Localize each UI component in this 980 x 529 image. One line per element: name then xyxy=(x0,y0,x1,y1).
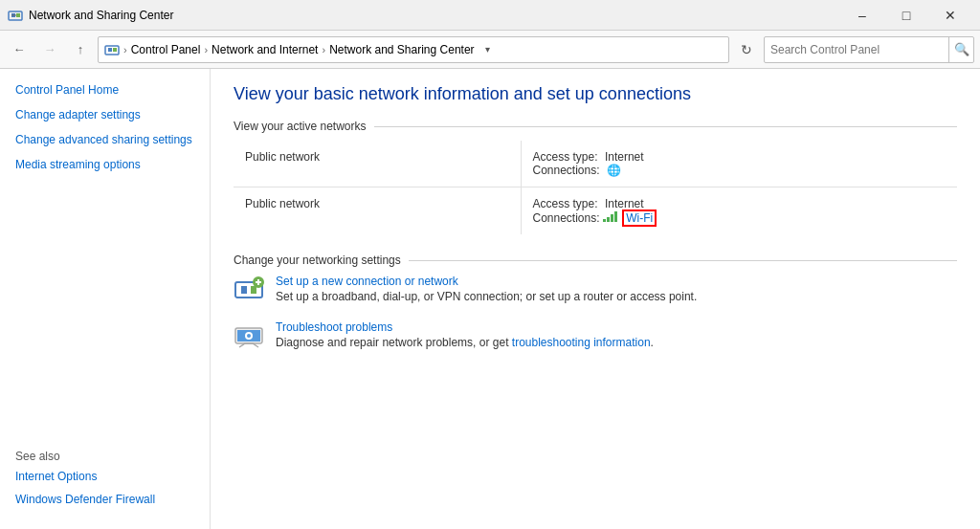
setting-item-new-connection: Set up a new connection or network Set u… xyxy=(234,275,957,305)
maximize-button[interactable]: □ xyxy=(884,0,928,31)
troubleshoot-icon xyxy=(234,320,264,351)
access-type-row-2: Access type: Internet xyxy=(533,197,947,210)
svg-rect-5 xyxy=(108,48,112,52)
svg-rect-2 xyxy=(16,13,20,17)
setting-item-troubleshoot: Troubleshoot problems Diagnose and repai… xyxy=(234,320,957,351)
troubleshooting-info-link[interactable]: troubleshooting information xyxy=(512,336,651,349)
breadcrumb-network-internet[interactable]: Network and Internet xyxy=(212,43,318,56)
svg-point-16 xyxy=(247,334,251,338)
wifi-link[interactable]: Wi-Fi xyxy=(622,209,657,227)
minimize-button[interactable]: – xyxy=(840,0,884,31)
network-row-1: Public network Access type: Internet Con… xyxy=(234,141,957,187)
see-also-title: See also xyxy=(15,450,210,463)
forward-button[interactable]: → xyxy=(36,36,63,63)
svg-rect-8 xyxy=(241,286,247,294)
signal-bars-icon xyxy=(603,210,617,222)
content-area: View your basic network information and … xyxy=(211,69,980,529)
change-settings-header: Change your networking settings xyxy=(234,253,957,267)
title-bar: Network and Sharing Center – □ ✕ xyxy=(0,0,980,31)
network-name-2: Public network xyxy=(234,187,521,235)
breadcrumb-sep-3: › xyxy=(322,44,325,55)
close-button[interactable]: ✕ xyxy=(928,0,972,31)
access-type-row-1: Access type: Internet xyxy=(533,150,947,164)
sidebar-link-adapter[interactable]: Change adapter settings xyxy=(0,105,210,124)
svg-rect-6 xyxy=(113,48,117,52)
search-input[interactable] xyxy=(765,43,948,56)
window-title: Network and Sharing Center xyxy=(29,9,173,22)
networks-table: Public network Access type: Internet Con… xyxy=(234,141,957,234)
breadcrumb-dropdown-button[interactable]: ▾ xyxy=(479,36,498,63)
sidebar-link-media-streaming[interactable]: Media streaming options xyxy=(0,155,210,174)
new-connection-desc: Set up a broadband, dial-up, or VPN conn… xyxy=(276,290,957,303)
up-button[interactable]: ↑ xyxy=(67,36,94,63)
add-connection-icon xyxy=(234,275,264,305)
breadcrumb-control-panel[interactable]: Control Panel xyxy=(131,43,201,56)
network-info-1: Access type: Internet Connections: 🌐 xyxy=(521,141,957,187)
main-layout: Control Panel Home Change adapter settin… xyxy=(0,69,980,529)
network-info-2: Access type: Internet Connections: xyxy=(521,187,957,235)
connections-row-1: Connections: 🌐 xyxy=(533,164,947,177)
sidebar-link-firewall[interactable]: Windows Defender Firewall xyxy=(15,490,210,509)
breadcrumb-icon xyxy=(104,42,120,57)
back-button[interactable]: ← xyxy=(6,36,33,63)
troubleshoot-title[interactable]: Troubleshoot problems xyxy=(276,320,392,334)
breadcrumb-bar: › Control Panel › Network and Internet ›… xyxy=(98,36,729,63)
new-connection-title[interactable]: Set up a new connection or network xyxy=(276,275,458,288)
breadcrumb-sep-1: › xyxy=(123,44,127,55)
network-row-2: Public network Access type: Internet Con… xyxy=(234,187,957,235)
window-controls: – □ ✕ xyxy=(840,0,972,31)
breadcrumb-sep-2: › xyxy=(204,44,208,55)
see-also-section: See also Internet Options Windows Defend… xyxy=(0,442,210,509)
refresh-button[interactable]: ↻ xyxy=(733,36,760,63)
window-icon xyxy=(8,8,23,23)
breadcrumb-network-sharing[interactable]: Network and Sharing Center xyxy=(329,43,474,56)
active-networks-header: View your active networks xyxy=(234,120,957,133)
troubleshoot-content: Troubleshoot problems Diagnose and repai… xyxy=(276,320,957,349)
sidebar-link-home[interactable]: Control Panel Home xyxy=(0,80,210,99)
globe-icon: 🌐 xyxy=(607,164,621,177)
sidebar: Control Panel Home Change adapter settin… xyxy=(0,69,211,529)
troubleshoot-desc: Diagnose and repair network problems, or… xyxy=(276,336,957,349)
sidebar-link-internet-options[interactable]: Internet Options xyxy=(15,467,210,486)
sidebar-link-advanced-sharing[interactable]: Change advanced sharing settings xyxy=(0,130,210,149)
settings-section: Set up a new connection or network Set u… xyxy=(234,275,957,351)
connections-row-2: Connections: Wi-Fi xyxy=(533,210,947,225)
new-connection-content: Set up a new connection or network Set u… xyxy=(276,275,957,303)
search-bar: 🔍 xyxy=(764,36,974,63)
address-bar: ← → ↑ › Control Panel › Network and Inte… xyxy=(0,31,980,69)
search-button[interactable]: 🔍 xyxy=(948,36,973,63)
page-title: View your basic network information and … xyxy=(234,84,957,104)
network-name-1: Public network xyxy=(234,141,521,187)
